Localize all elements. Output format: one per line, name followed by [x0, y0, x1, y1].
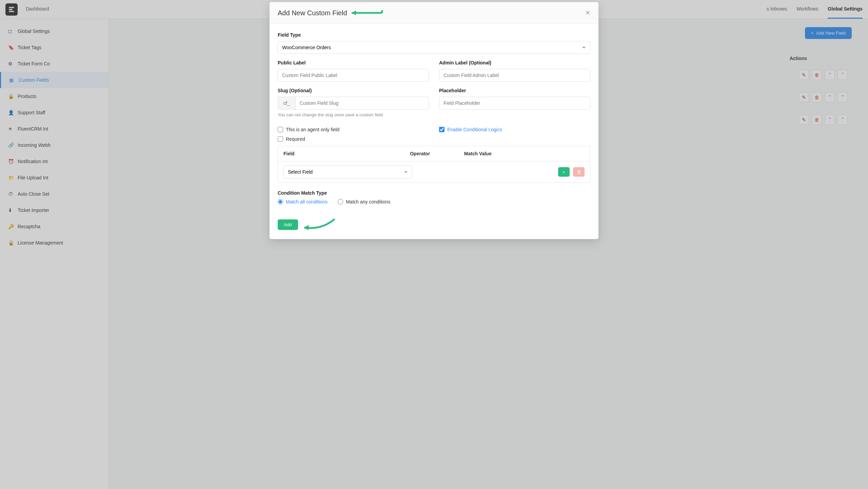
required-checkbox[interactable] [278, 136, 283, 142]
admin-label-input[interactable] [439, 69, 590, 82]
add-submit-button[interactable]: Add [278, 219, 298, 230]
cond-add-button[interactable]: + [558, 167, 570, 177]
match-any-radio[interactable] [338, 199, 343, 204]
match-all-radio[interactable] [278, 199, 283, 204]
field-type-select[interactable]: WooCommerce Orders [278, 41, 590, 54]
slug-label: Slug (Optional) [278, 88, 429, 93]
agent-only-checkbox[interactable] [278, 127, 283, 132]
enable-conditional-label: Enable Conditional Logics [447, 127, 502, 132]
placeholder-label: Placeholder [439, 88, 590, 93]
admin-label-label: Admin Label (Optional) [439, 60, 590, 65]
field-type-label: Field Type [278, 32, 590, 38]
cond-operator-header: Operator [410, 151, 464, 156]
slug-prefix: cf_ [278, 97, 295, 110]
match-all-label: Match all conditions [286, 199, 328, 204]
cond-field-select[interactable]: Select Field [283, 165, 412, 178]
enable-conditional-checkbox[interactable] [439, 127, 445, 132]
cond-field-header: Field [283, 151, 410, 156]
modal-overlay: Add New Custom Field ✕ Field Type WooCom… [0, 0, 868, 489]
annotation-arrow-title [350, 9, 384, 17]
cond-value-header: Match Value [464, 151, 585, 156]
slug-help-text: You can not change the slug once save a … [278, 112, 429, 117]
close-icon[interactable]: ✕ [585, 9, 590, 17]
required-label: Required [286, 136, 305, 142]
placeholder-input[interactable] [439, 97, 590, 110]
public-label-label: Public Label [278, 60, 429, 65]
match-type-label: Condition Match Type [278, 190, 590, 196]
public-label-input[interactable] [278, 69, 429, 82]
agent-only-label: This is an agent only field [286, 127, 339, 132]
modal-title: Add New Custom Field [278, 9, 347, 17]
annotation-arrow-submit [301, 217, 338, 231]
slug-input[interactable] [295, 97, 429, 110]
add-custom-field-modal: Add New Custom Field ✕ Field Type WooCom… [270, 2, 598, 239]
modal-header: Add New Custom Field ✕ [270, 2, 598, 24]
match-any-label: Match any conditions [346, 199, 391, 204]
conditional-table: Field Operator Match Value Select Field … [278, 146, 590, 183]
cond-delete-button[interactable]: 🗑 [573, 167, 585, 177]
